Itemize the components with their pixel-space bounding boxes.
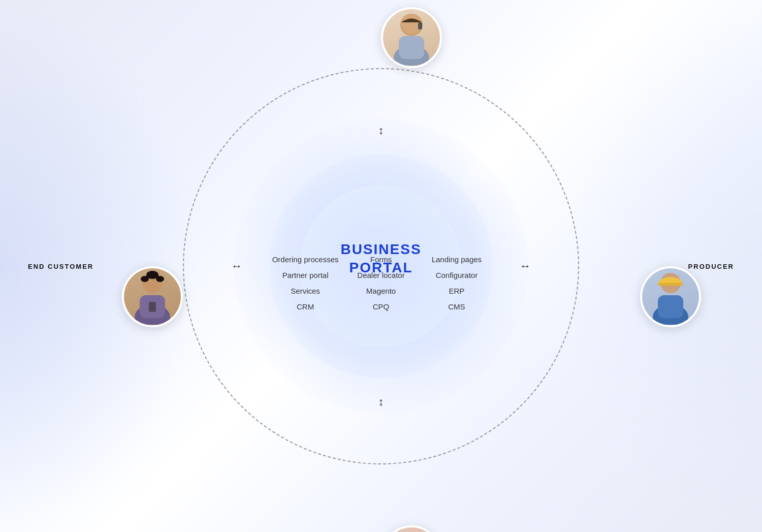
- arrow-right: ↔: [520, 260, 531, 273]
- end-customer-label: END CUSTOMER: [28, 262, 93, 270]
- svg-point-13: [146, 271, 158, 279]
- item-configurator: Configurator: [423, 271, 490, 279]
- item-forms: Forms: [348, 255, 415, 264]
- svg-rect-16: [658, 295, 683, 318]
- center-items: Ordering processes Forms Landing pages P…: [272, 255, 490, 311]
- arrow-bottom: ↕: [378, 395, 384, 409]
- sales-avatar: [381, 525, 442, 533]
- svg-rect-4: [418, 22, 422, 29]
- item-dealer-locator: Dealer locator: [348, 271, 415, 279]
- distribution-partner-avatar: [381, 7, 442, 68]
- producer-avatar: [640, 266, 701, 327]
- producer-label: PRODUCER: [688, 262, 734, 270]
- item-cpq: CPQ: [348, 302, 415, 311]
- svg-rect-14: [149, 302, 156, 312]
- item-cms: CMS: [423, 302, 490, 311]
- end-customer-avatar: [122, 266, 183, 327]
- item-ordering-processes: Ordering processes: [272, 255, 339, 264]
- item-crm: CRM: [272, 302, 339, 311]
- item-partner-portal: Partner portal: [272, 271, 339, 279]
- diagram-container: BUSINESS PORTAL Ordering processes Forms…: [152, 38, 610, 495]
- item-landing-pages: Landing pages: [423, 255, 490, 264]
- arrow-left: ↔: [231, 260, 242, 273]
- svg-rect-2: [399, 36, 424, 59]
- item-services: Services: [272, 287, 339, 295]
- svg-rect-18: [658, 283, 683, 286]
- item-magento: Magento: [348, 287, 415, 295]
- arrow-top: ↕: [378, 124, 384, 137]
- item-erp: ERP: [423, 287, 490, 295]
